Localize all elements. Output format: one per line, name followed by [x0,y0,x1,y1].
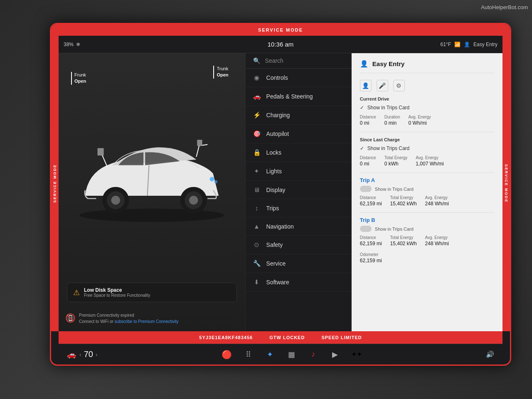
music-icon: ♪ [311,350,315,359]
display-label: Display [266,187,286,193]
slc-total-energy: Total Energy 0 kWh [384,155,408,167]
speed-arrow-left: ‹ [79,351,81,358]
since-last-charge-checkbox-row[interactable]: ✓ Show in Trips Card [360,145,494,151]
trip-b-toggle[interactable] [360,226,372,232]
trip-b-title: Trip B [360,217,494,223]
odometer-label: Odometer [360,252,382,257]
current-drive-checkbox-row[interactable]: ✓ Show in Trips Card [360,105,494,111]
menu-item-software[interactable]: ⬇ Software [246,273,351,292]
trip-a-toggle[interactable] [360,186,372,192]
wifi-icon: 📶 [454,42,461,47]
no-signal-icon: 📵 [65,313,76,323]
premium-connectivity-link[interactable]: subscribe to Premium Connectivity [115,319,179,324]
taskbar-bluetooth-icon[interactable]: ✦ [264,348,277,361]
menu-item-locks[interactable]: 🔒 Locks [246,143,351,162]
trip-b-toggle-label: Show in Trips Card [375,227,414,232]
mic-icon-btn[interactable]: 🎤 [377,80,388,91]
service-icon: 🔧 [253,260,261,267]
trip-a-toggle-row[interactable]: Show in Trips Card [360,186,494,192]
trip-b-toggle-row[interactable]: Show in Trips Card [360,226,494,232]
battery-info: 38% ❄ [64,42,80,47]
icon-buttons-row: 👤 🎤 ⚙ [360,80,494,91]
odometer-row: Odometer 62,159 mi [360,252,494,264]
car-svg [63,66,241,281]
right-panel-header: 👤 Easy Entry [360,60,494,73]
taskbar-grid-icon[interactable]: ▦ [285,348,298,361]
menu-item-pedals[interactable]: 🚗 Pedals & Steering [246,87,351,106]
settings-icon-btn[interactable]: ⚙ [393,80,405,91]
trip-a-distance: Distance 62,159 mi [360,195,382,207]
temp-display: 61°F [440,42,451,47]
since-last-charge-title: Since Last Charge [360,137,494,142]
easy-entry-status: Easy Entry [473,42,498,47]
odometer: Odometer 62,159 mi [360,252,382,264]
svg-point-6 [189,196,198,204]
slc-avg-energy: Avg. Energy 1,007 Wh/mi [416,155,443,167]
menu-item-controls[interactable]: ◉ Controls [246,69,351,87]
slc-distance: Distance 0 mi [360,155,376,167]
taskbar-center: 🔴 ⠿ ✦ ▦ ♪ ▶ ✦✦ [98,348,486,361]
clock-display: 10:36 am [268,41,294,48]
taskbar-tools-icon[interactable]: 🔴 [220,348,234,361]
search-label: Search [265,57,283,64]
warning-text: Low Disk Space Free Space to Restore Fun… [84,287,150,298]
controls-label: Controls [266,74,288,81]
trip-a-title: Trip A [360,177,494,183]
menu-item-navigation[interactable]: ▲ Navigation [246,217,351,236]
charging-icon: ⚡ [253,111,261,119]
svg-rect-10 [197,140,202,145]
autopilot-label: Autopilot [266,131,289,137]
profile-icon-btn[interactable]: 👤 [360,80,372,91]
menu-item-trips[interactable]: ↕ Trips [246,199,351,217]
status-bar: 38% ❄ 10:36 am 61°F 📶 👤 Easy Entry [59,36,502,53]
taskbar-apps-icon[interactable]: ⠿ [242,348,255,361]
trip-b-stats: Distance 62,159 mi Total Energy 15,402 k… [360,235,494,246]
service-mode-banner: SERVICE MODE [51,24,510,36]
taskbar-multicolor-icon[interactable]: ✦✦ [350,348,363,361]
bottom-bar: 5YJ3E1EA8KF483456 GTW LOCKED SPEED LIMIT… [59,331,502,365]
volume-icon[interactable]: 🔊 [486,350,494,358]
svg-point-0 [79,209,224,222]
menu-item-safety[interactable]: ⊙ Safety [246,236,351,254]
service-mode-label: SERVICE MODE [258,27,303,32]
current-drive-duration: Duration 0 min [384,115,400,126]
service-mode-right: SERVICE MODE [502,36,510,331]
current-drive-avg-energy: Avg. Energy 0 Wh/mi [409,115,431,126]
since-last-charge-stats: Distance 0 mi Total Energy 0 kWh Avg. En… [360,155,494,167]
locks-icon: 🔒 [253,149,261,156]
left-panel: Frunk Open Trunk Open [59,53,245,331]
locks-label: Locks [266,149,282,156]
navigation-icon: ▲ [253,223,261,230]
current-drive-checkbox-label: Show in Trips Card [367,105,409,111]
play-icon: ▶ [332,350,338,359]
current-drive-checkmark: ✓ [360,105,364,111]
apps2-icon: ✦✦ [351,350,362,358]
charging-label: Charging [266,112,290,118]
connectivity-notice: 📵 Premium Connectivity expired Connect t… [63,310,241,327]
battery-percent: 38% [64,42,74,47]
menu-item-service[interactable]: 🔧 Service [246,254,351,273]
taskbar-play-icon[interactable]: ▶ [328,348,342,361]
menu-item-charging[interactable]: ⚡ Charging [246,106,351,125]
person-icon: 👤 [464,42,470,47]
svg-point-9 [214,180,217,184]
current-drive-duration-label: Duration [384,115,400,119]
snowflake-icon: ❄ [76,42,80,47]
connectivity-text: Premium Connectivity expired Connect to … [79,312,179,325]
main-content: Frunk Open Trunk Open [59,53,502,331]
current-drive-distance-label: Distance [360,115,376,119]
trip-b-total-energy: Total Energy 15,402 kWh [390,235,417,246]
current-drive-title: Current Drive [360,96,494,101]
taskbar-right: 🔊 [486,350,494,358]
display-icon: 🖥 [253,186,261,193]
status-right-icons: 61°F 📶 👤 Easy Entry [440,42,498,47]
menu-item-autopilot[interactable]: 🎯 Autopilot [246,125,351,143]
warning-banner: ⚠ Low Disk Space Free Space to Restore F… [67,283,237,302]
person-header-icon: 👤 [360,60,368,68]
right-panel: 👤 Easy Entry 👤 🎤 ⚙ Current Drive ✓ Show … [352,53,502,331]
menu-item-lights[interactable]: ✦ Lights [246,162,351,181]
search-bar[interactable]: 🔍 Search [246,53,351,69]
taskbar-music-icon[interactable]: ♪ [307,348,320,361]
menu-item-display[interactable]: 🖥 Display [246,181,351,199]
car-icon-taskbar[interactable]: 🚗 [67,350,76,359]
